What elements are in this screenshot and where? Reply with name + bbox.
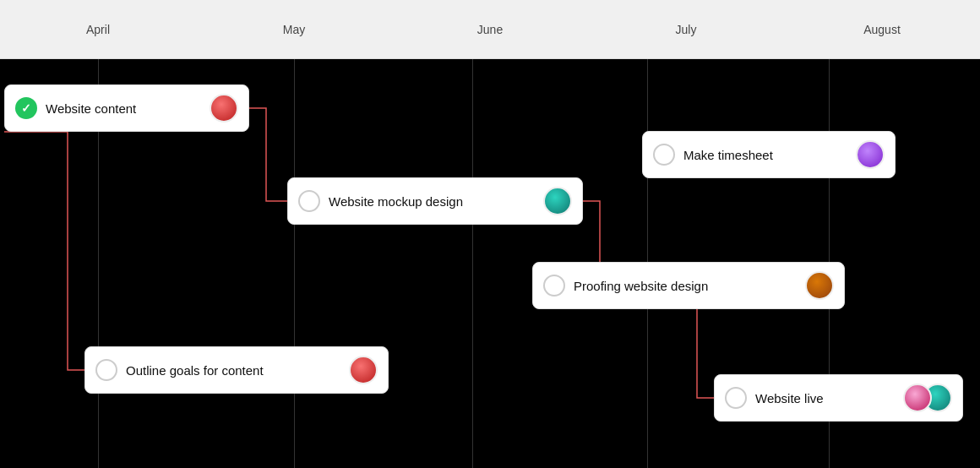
month-august: August — [784, 23, 980, 36]
task-label: Make timesheet — [683, 148, 847, 162]
completed-icon — [15, 97, 37, 119]
pending-icon — [653, 144, 675, 166]
task-website-content[interactable]: Website content — [4, 84, 249, 132]
avatar — [543, 187, 572, 215]
task-website-mockup[interactable]: Website mockup design — [287, 177, 583, 225]
pending-icon — [725, 387, 747, 409]
avatar-group — [903, 384, 952, 412]
task-outline-goals[interactable]: Outline goals for content — [84, 346, 389, 394]
task-label: Proofing website design — [574, 279, 797, 293]
grid-line-2 — [472, 59, 473, 468]
avatar — [210, 94, 238, 122]
task-make-timesheet[interactable]: Make timesheet — [642, 131, 896, 178]
avatar — [856, 140, 885, 169]
gantt-header: April May June July August — [0, 0, 980, 59]
grid-line-1 — [294, 59, 295, 468]
avatar — [805, 271, 834, 300]
task-label: Website content — [46, 101, 201, 116]
month-june: June — [392, 23, 588, 36]
gantt-chart: April May June July August Website conte… — [0, 0, 980, 468]
avatar — [349, 356, 378, 384]
pending-icon — [298, 190, 320, 212]
month-may: May — [196, 23, 392, 36]
task-label: Outline goals for content — [126, 363, 340, 378]
task-proofing-website[interactable]: Proofing website design — [532, 262, 845, 309]
task-website-live[interactable]: Website live — [714, 374, 963, 422]
task-label: Website mockup design — [329, 194, 535, 209]
task-label: Website live — [755, 391, 895, 405]
pending-icon — [543, 275, 565, 297]
pending-icon — [95, 359, 117, 381]
avatar-1 — [903, 384, 932, 412]
month-april: April — [0, 23, 196, 36]
month-july: July — [588, 23, 784, 36]
